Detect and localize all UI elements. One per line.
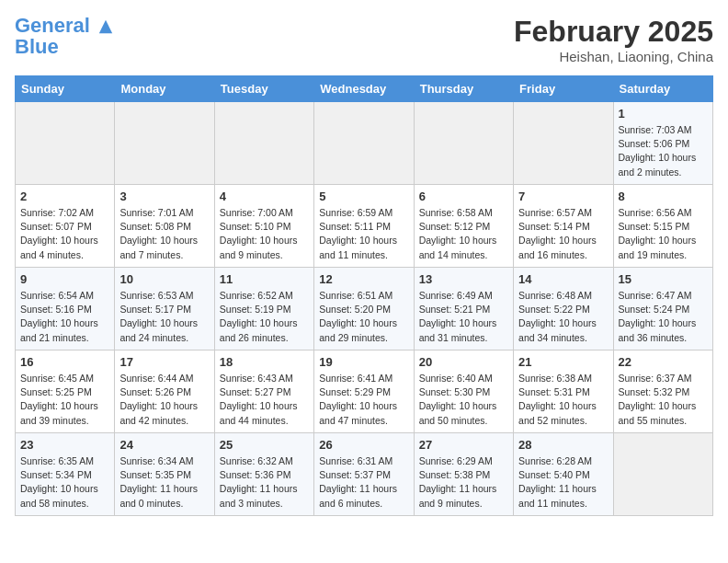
day-number: 23 (20, 438, 109, 452)
calendar-cell: 13Sunrise: 6:49 AM Sunset: 5:21 PM Dayli… (414, 268, 513, 350)
day-info: Sunrise: 7:02 AM Sunset: 5:07 PM Dayligh… (20, 206, 109, 262)
calendar-cell: 1Sunrise: 7:03 AM Sunset: 5:06 PM Daylig… (613, 102, 712, 185)
weekday-monday: Monday (115, 76, 214, 102)
day-info: Sunrise: 6:28 AM Sunset: 5:40 PM Dayligh… (518, 454, 608, 511)
location: Heishan, Liaoning, China (514, 49, 713, 64)
day-info: Sunrise: 6:40 AM Sunset: 5:30 PM Dayligh… (419, 372, 508, 428)
day-number: 10 (119, 272, 209, 286)
calendar-cell: 3Sunrise: 7:01 AM Sunset: 5:08 PM Daylig… (115, 185, 214, 268)
day-number: 18 (220, 355, 309, 369)
weekday-friday: Friday (514, 76, 613, 102)
day-info: Sunrise: 6:31 AM Sunset: 5:37 PM Dayligh… (319, 454, 408, 511)
calendar-cell: 4Sunrise: 7:00 AM Sunset: 5:10 PM Daylig… (214, 185, 313, 268)
day-number: 21 (518, 355, 608, 369)
weekday-sunday: Sunday (16, 76, 115, 102)
weekday-tuesday: Tuesday (214, 76, 313, 102)
day-number: 20 (419, 355, 508, 369)
day-info: Sunrise: 6:54 AM Sunset: 5:16 PM Dayligh… (20, 289, 109, 345)
day-info: Sunrise: 6:44 AM Sunset: 5:26 PM Dayligh… (119, 372, 209, 428)
weekday-header-row: SundayMondayTuesdayWednesdayThursdayFrid… (16, 76, 713, 102)
calendar-cell (214, 102, 313, 185)
day-number: 14 (518, 272, 608, 286)
calendar-cell: 10Sunrise: 6:53 AM Sunset: 5:17 PM Dayli… (115, 268, 214, 350)
day-info: Sunrise: 6:53 AM Sunset: 5:17 PM Dayligh… (119, 289, 209, 345)
calendar-cell: 21Sunrise: 6:38 AM Sunset: 5:31 PM Dayli… (514, 350, 613, 433)
day-number: 11 (220, 272, 309, 286)
day-number: 15 (619, 272, 708, 286)
calendar-cell: 11Sunrise: 6:52 AM Sunset: 5:19 PM Dayli… (214, 268, 313, 350)
calendar-cell: 24Sunrise: 6:34 AM Sunset: 5:35 PM Dayli… (115, 433, 214, 516)
calendar-cell: 26Sunrise: 6:31 AM Sunset: 5:37 PM Dayli… (314, 433, 414, 516)
calendar-cell: 2Sunrise: 7:02 AM Sunset: 5:07 PM Daylig… (16, 185, 115, 268)
calendar-cell: 6Sunrise: 6:58 AM Sunset: 5:12 PM Daylig… (414, 185, 513, 268)
day-info: Sunrise: 6:48 AM Sunset: 5:22 PM Dayligh… (518, 289, 608, 345)
calendar-cell (16, 102, 115, 185)
day-number: 2 (20, 190, 109, 203)
day-info: Sunrise: 6:56 AM Sunset: 5:15 PM Dayligh… (619, 206, 708, 262)
calendar-week-5: 23Sunrise: 6:35 AM Sunset: 5:34 PM Dayli… (16, 433, 713, 516)
calendar-cell: 23Sunrise: 6:35 AM Sunset: 5:34 PM Dayli… (16, 433, 115, 516)
day-number: 7 (518, 190, 608, 203)
month-year: February 2025 (514, 15, 713, 49)
calendar-cell (314, 102, 414, 185)
logo-line2: Blue (15, 37, 114, 57)
calendar-cell: 17Sunrise: 6:44 AM Sunset: 5:26 PM Dayli… (115, 350, 214, 433)
calendar-cell (514, 102, 613, 185)
day-info: Sunrise: 6:29 AM Sunset: 5:38 PM Dayligh… (419, 454, 508, 511)
calendar-week-1: 1Sunrise: 7:03 AM Sunset: 5:06 PM Daylig… (16, 102, 713, 185)
logo: General Blue (15, 15, 114, 57)
day-info: Sunrise: 6:37 AM Sunset: 5:32 PM Dayligh… (619, 372, 708, 428)
day-number: 13 (419, 272, 508, 286)
calendar-cell: 14Sunrise: 6:48 AM Sunset: 5:22 PM Dayli… (514, 268, 613, 350)
calendar-cell: 12Sunrise: 6:51 AM Sunset: 5:20 PM Dayli… (314, 268, 414, 350)
logo-text: General (15, 15, 114, 37)
day-number: 19 (319, 355, 408, 369)
day-info: Sunrise: 6:58 AM Sunset: 5:12 PM Dayligh… (419, 206, 508, 262)
day-number: 1 (619, 107, 708, 121)
calendar-cell: 16Sunrise: 6:45 AM Sunset: 5:25 PM Dayli… (16, 350, 115, 433)
calendar-cell: 8Sunrise: 6:56 AM Sunset: 5:15 PM Daylig… (613, 185, 712, 268)
weekday-saturday: Saturday (613, 76, 712, 102)
day-number: 5 (319, 190, 408, 203)
day-info: Sunrise: 6:35 AM Sunset: 5:34 PM Dayligh… (20, 454, 109, 511)
calendar-cell: 28Sunrise: 6:28 AM Sunset: 5:40 PM Dayli… (514, 433, 613, 516)
weekday-wednesday: Wednesday (314, 76, 414, 102)
day-info: Sunrise: 6:49 AM Sunset: 5:21 PM Dayligh… (419, 289, 508, 345)
day-number: 24 (119, 438, 209, 452)
weekday-thursday: Thursday (414, 76, 513, 102)
day-info: Sunrise: 6:57 AM Sunset: 5:14 PM Dayligh… (518, 206, 608, 262)
calendar-cell: 27Sunrise: 6:29 AM Sunset: 5:38 PM Dayli… (414, 433, 513, 516)
day-info: Sunrise: 6:45 AM Sunset: 5:25 PM Dayligh… (20, 372, 109, 428)
day-number: 16 (20, 355, 109, 369)
day-info: Sunrise: 6:38 AM Sunset: 5:31 PM Dayligh… (518, 372, 608, 428)
day-info: Sunrise: 7:00 AM Sunset: 5:10 PM Dayligh… (220, 206, 309, 262)
calendar-cell: 18Sunrise: 6:43 AM Sunset: 5:27 PM Dayli… (214, 350, 313, 433)
calendar-week-2: 2Sunrise: 7:02 AM Sunset: 5:07 PM Daylig… (16, 185, 713, 268)
calendar-cell: 22Sunrise: 6:37 AM Sunset: 5:32 PM Dayli… (613, 350, 712, 433)
calendar-cell: 9Sunrise: 6:54 AM Sunset: 5:16 PM Daylig… (16, 268, 115, 350)
day-number: 27 (419, 438, 508, 452)
day-number: 26 (319, 438, 408, 452)
day-number: 28 (518, 438, 608, 452)
calendar-cell: 25Sunrise: 6:32 AM Sunset: 5:36 PM Dayli… (214, 433, 313, 516)
day-info: Sunrise: 6:32 AM Sunset: 5:36 PM Dayligh… (220, 454, 309, 511)
calendar-table: SundayMondayTuesdayWednesdayThursdayFrid… (15, 75, 713, 516)
day-info: Sunrise: 7:03 AM Sunset: 5:06 PM Dayligh… (619, 123, 708, 179)
day-number: 17 (119, 355, 209, 369)
day-number: 6 (419, 190, 508, 203)
calendar-week-3: 9Sunrise: 6:54 AM Sunset: 5:16 PM Daylig… (16, 268, 713, 350)
svg-marker-0 (99, 20, 112, 33)
calendar-cell: 19Sunrise: 6:41 AM Sunset: 5:29 PM Dayli… (314, 350, 414, 433)
calendar-cell: 7Sunrise: 6:57 AM Sunset: 5:14 PM Daylig… (514, 185, 613, 268)
day-number: 25 (220, 438, 309, 452)
calendar-cell (613, 433, 712, 516)
day-info: Sunrise: 6:59 AM Sunset: 5:11 PM Dayligh… (319, 206, 408, 262)
page-header: General Blue February 2025 Heishan, Liao… (15, 15, 713, 64)
calendar-cell (414, 102, 513, 185)
day-number: 3 (119, 190, 209, 203)
day-number: 4 (220, 190, 309, 203)
day-number: 22 (619, 355, 708, 369)
calendar-cell: 20Sunrise: 6:40 AM Sunset: 5:30 PM Dayli… (414, 350, 513, 433)
day-info: Sunrise: 7:01 AM Sunset: 5:08 PM Dayligh… (119, 206, 209, 262)
day-number: 8 (619, 190, 708, 203)
